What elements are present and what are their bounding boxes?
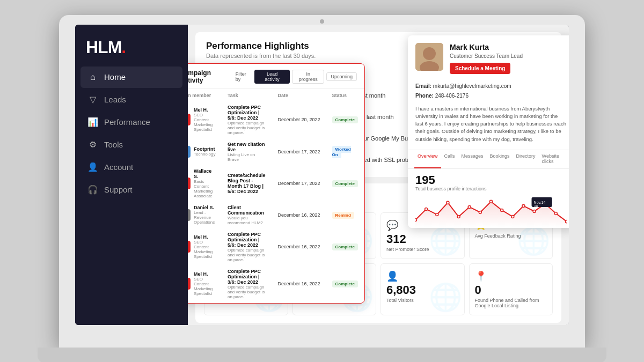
svg-point-17 bbox=[565, 220, 567, 223]
date-cell: December 16, 2022 bbox=[272, 266, 325, 302]
tab-messages[interactable]: Messages bbox=[458, 150, 487, 168]
rep-panel: Mark Kurta Customer Success Team Lead Sc… bbox=[408, 35, 569, 228]
member-cell: F Footprint Technology bbox=[188, 139, 221, 165]
svg-text:48: 48 bbox=[534, 205, 538, 209]
member-name: Mel H. bbox=[194, 234, 216, 240]
status-badge: Complete bbox=[332, 180, 358, 187]
member-cell: M Mel H. SEO Content Marketing Specialis… bbox=[188, 266, 221, 302]
rep-chart-area: Overview Calls Messages Bookings Directo… bbox=[408, 150, 569, 228]
status-cell: Complete bbox=[327, 166, 364, 201]
bg-decoration: 🌐 bbox=[429, 225, 462, 256]
col-task: Task bbox=[222, 90, 272, 101]
table-row: W Wallace S. Basic Content Marketing Ass… bbox=[188, 166, 363, 201]
performance-icon: 📊 bbox=[88, 117, 98, 127]
col-date: Date bbox=[272, 90, 325, 101]
svg-point-9 bbox=[479, 211, 481, 213]
sidebar-item-label: Performance bbox=[104, 117, 150, 127]
tab-directory[interactable]: Directory bbox=[513, 150, 539, 168]
svg-text:Nov.14: Nov.14 bbox=[534, 201, 546, 204]
sidebar-item-label: Support bbox=[104, 185, 133, 194]
member-role: Basic Content Marketing Associate bbox=[194, 179, 216, 198]
date-cell: December 20, 2022 bbox=[272, 102, 325, 138]
table-row: M Mel H. SEO Content Marketing Specialis… bbox=[188, 229, 363, 265]
member-cell: W Wallace S. Basic Content Marketing Ass… bbox=[188, 166, 221, 201]
svg-point-6 bbox=[447, 201, 449, 204]
tab-calls[interactable]: Calls bbox=[441, 150, 458, 168]
sidebar-item-account[interactable]: 👤 Account bbox=[80, 157, 182, 178]
task-name: Complete PPC Optimization | 5/6: Dec 202… bbox=[228, 105, 266, 121]
campaign-title: Campaign Activity bbox=[188, 69, 236, 84]
laptop-base bbox=[38, 348, 606, 363]
date-cell: December 17, 2022 bbox=[272, 139, 325, 165]
date-cell: December 16, 2022 bbox=[272, 229, 325, 265]
task-desc: Would you recommend HLM? bbox=[228, 216, 266, 225]
status-cell: Complete bbox=[327, 229, 364, 265]
account-icon: 👤 bbox=[88, 162, 98, 172]
task-desc: Optimize campaign and verify budget is o… bbox=[228, 121, 266, 135]
member-role: SEO Content Marketing Specialist bbox=[194, 113, 216, 132]
status-badge: Complete bbox=[332, 116, 358, 123]
sidebar-item-label: Tools bbox=[104, 140, 123, 149]
task-name: Complete PPC Optimization | 3/6: Dec 202… bbox=[228, 269, 266, 285]
task-desc: Listing Live on Brave bbox=[228, 152, 266, 162]
status-cell: Remind bbox=[327, 202, 364, 228]
task-name: Complete PPC Optimization | 5/6: Dec 202… bbox=[228, 232, 266, 248]
member-name: Mel H. bbox=[194, 107, 216, 113]
table-row: D Daniel S. Lead - Revenue Operations Cl… bbox=[188, 202, 363, 228]
sidebar-item-tools[interactable]: ⚙ Tools bbox=[80, 134, 182, 156]
campaign-activity-panel: Campaign Activity Filter by Lead activit… bbox=[188, 63, 365, 304]
avatar-image bbox=[415, 43, 443, 71]
task-cell: Client Communication Would you recommend… bbox=[222, 202, 272, 228]
filter-in-progress[interactable]: In progress bbox=[292, 70, 325, 84]
sidebar-item-home[interactable]: ⌂ Home bbox=[80, 67, 182, 88]
interactions-chart: Nov.14 48 bbox=[415, 195, 567, 228]
svg-point-5 bbox=[436, 213, 438, 216]
sidebar-item-label: Account bbox=[104, 162, 133, 172]
svg-point-14 bbox=[533, 210, 536, 212]
bg-decoration: 🌐 bbox=[429, 282, 462, 313]
member-name: Mel H. bbox=[194, 271, 216, 277]
status-badge: Remind bbox=[332, 212, 354, 219]
rep-info: Mark Kurta Customer Success Team Lead Sc… bbox=[450, 43, 523, 74]
sidebar-item-leads[interactable]: ▽ Leads bbox=[80, 89, 182, 110]
filter-lead-activity[interactable]: Lead activity bbox=[254, 70, 290, 84]
task-cell: Create/Schedule Blog Post - Month 17 Blo… bbox=[222, 166, 272, 201]
task-desc: Optimize campaign and verify budget is o… bbox=[228, 285, 266, 299]
task-cell: Complete PPC Optimization | 3/6: Dec 202… bbox=[222, 266, 272, 302]
sidebar-item-performance[interactable]: 📊 Performance bbox=[80, 112, 182, 133]
task-name: Create/Schedule Blog Post - Month 17 Blo… bbox=[228, 173, 266, 194]
laptop-camera bbox=[320, 19, 324, 24]
table-row: M Mel H. SEO Content Marketing Specialis… bbox=[188, 266, 363, 302]
tab-website[interactable]: Website clicks bbox=[539, 150, 568, 168]
member-avatar: M bbox=[188, 114, 191, 125]
svg-point-10 bbox=[489, 200, 492, 203]
tab-bookings[interactable]: Bookings bbox=[487, 150, 513, 168]
table-row: F Footprint Technology Get new citation … bbox=[188, 139, 363, 165]
svg-point-3 bbox=[415, 218, 417, 221]
tools-icon: ⚙ bbox=[88, 140, 98, 150]
logo-area: HLM. bbox=[75, 30, 188, 67]
rep-avatar bbox=[415, 43, 443, 71]
task-cell: Complete PPC Optimization | 5/6: Dec 202… bbox=[222, 102, 272, 138]
sidebar-item-support[interactable]: 🎧 Support bbox=[80, 179, 182, 201]
member-avatar: F bbox=[188, 146, 191, 158]
col-team-member: Team member bbox=[188, 90, 221, 101]
svg-point-11 bbox=[501, 209, 503, 211]
member-cell: D Daniel S. Lead - Revenue Operations bbox=[188, 202, 221, 228]
filter-upcoming[interactable]: Upcoming bbox=[326, 72, 357, 81]
laptop-frame: HLM. ⌂ Home ▽ Leads 📊 Performance ⚙ bbox=[59, 15, 585, 348]
task-cell: Get new citation live Listing Live on Br… bbox=[222, 139, 272, 165]
rep-name: Mark Kurta bbox=[450, 43, 523, 51]
task-name: Get new citation live bbox=[228, 142, 266, 152]
main-content: Performance Highlights Data represented … bbox=[188, 25, 569, 325]
member-cell: M Mel H. SEO Content Marketing Specialis… bbox=[188, 102, 221, 138]
highlights-subtitle: Data represented is from the last 30 day… bbox=[206, 53, 316, 59]
schedule-meeting-button[interactable]: Schedule a Meeting bbox=[450, 63, 510, 74]
chart-tabs: Overview Calls Messages Bookings Directo… bbox=[408, 150, 569, 169]
tab-overview[interactable]: Overview bbox=[414, 150, 441, 168]
status-cell: Complete bbox=[327, 266, 364, 302]
rep-bio: I have a masters in international busine… bbox=[408, 105, 569, 150]
status-cell: Complete bbox=[327, 102, 364, 138]
laptop-screen: HLM. ⌂ Home ▽ Leads 📊 Performance ⚙ bbox=[75, 25, 569, 325]
sidebar-item-label: Home bbox=[104, 72, 126, 82]
